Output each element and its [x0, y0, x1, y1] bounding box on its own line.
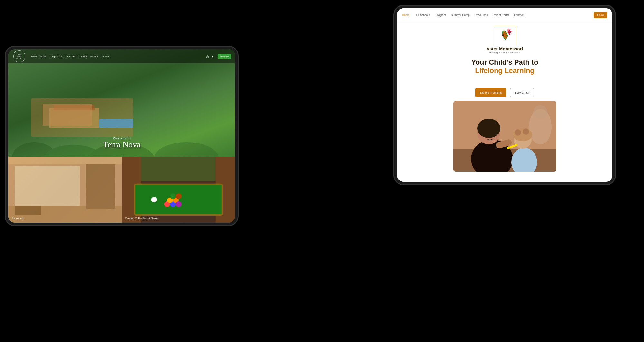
cta-buttons: Explore Programs Book a Tour	[397, 88, 612, 97]
nav-gallery[interactable]: Gallery	[90, 55, 98, 58]
right-tablet: Home Our School ▾ Program Summer Camp Re…	[394, 6, 615, 184]
site-tagline: Building a strong foundation!	[489, 51, 520, 54]
games-cell: Curated Collection of Games	[122, 157, 235, 223]
svg-point-55	[486, 134, 488, 137]
site-title: Terra Nova	[8, 140, 235, 150]
hero-line-1: Your Child's Path to	[403, 58, 606, 67]
svg-point-47	[477, 119, 500, 138]
aster-hero-text: Your Child's Path to Lifelong Learning	[397, 58, 612, 75]
am-nav-home[interactable]: Home	[402, 14, 410, 17]
explore-programs-button[interactable]: Explore Programs	[475, 88, 506, 97]
logo-circle: TerraNovaFARMS	[13, 50, 25, 62]
nav-home[interactable]: Home	[31, 55, 37, 58]
aster-montessori-screen: Home Our School ▾ Program Summer Camp Re…	[397, 8, 612, 182]
logo-box	[494, 26, 516, 45]
svg-rect-13	[141, 157, 215, 181]
svg-rect-6	[15, 166, 80, 206]
logo-text: TerraNovaFARMS	[16, 53, 22, 59]
svg-point-40	[507, 32, 509, 33]
terra-nova-hero: Welcome To Terra Nova	[8, 49, 235, 159]
nav-location[interactable]: Location	[79, 55, 87, 58]
hero-text-area: Welcome To Terra Nova	[8, 136, 235, 150]
enroll-button[interactable]: Enroll	[594, 12, 607, 18]
whatsapp-icon[interactable]: ●	[211, 55, 213, 58]
nav-amenities[interactable]: Amenities	[66, 55, 76, 58]
bedrooms-cell: Bedrooms	[8, 157, 122, 223]
hero-image	[453, 101, 556, 172]
am-nav-program[interactable]: Program	[435, 14, 446, 17]
book-tour-button[interactable]: Book a Tour	[510, 88, 534, 97]
svg-point-52	[515, 129, 521, 136]
games-label: Curated Collection of Games	[125, 217, 159, 220]
svg-rect-7	[86, 163, 115, 209]
welcome-text: Welcome To	[8, 136, 235, 140]
svg-point-22	[151, 197, 157, 202]
instagram-icon[interactable]: ◎	[206, 55, 209, 58]
svg-rect-8	[15, 206, 41, 215]
terra-nova-screen: Welcome To Terra Nova TerraNovaFARMS Hom…	[8, 49, 235, 223]
aster-logo-svg	[496, 27, 514, 43]
left-tablet: Welcome To Terra Nova TerraNovaFARMS Hom…	[6, 47, 238, 225]
hero-line-2: Lifelong Learning	[403, 67, 606, 75]
svg-point-56	[491, 134, 493, 137]
bottom-grid: Bedrooms	[8, 157, 235, 223]
nav-contact[interactable]: Contact	[101, 55, 109, 58]
social-icons: ◎ ●	[206, 55, 213, 58]
am-nav-our-school[interactable]: Our School ▾	[415, 14, 431, 17]
terra-nova-logo: TerraNovaFARMS	[12, 49, 26, 63]
am-nav-resources[interactable]: Resources	[475, 14, 488, 17]
am-nav-contact[interactable]: Contact	[514, 14, 523, 17]
am-nav-summer-camp[interactable]: Summer Camp	[451, 14, 469, 17]
terra-nova-nav: TerraNovaFARMS Home About Things To Do A…	[8, 49, 235, 63]
nav-links: Home About Things To Do Amenities Locati…	[31, 55, 202, 58]
site-name: Aster Montessori	[486, 46, 523, 51]
aster-logo-area: Aster Montessori Building a strong found…	[397, 22, 612, 57]
svg-point-20	[176, 201, 182, 207]
reserve-button[interactable]: Reserve	[218, 54, 231, 59]
nav-things-to-do[interactable]: Things To Do	[49, 55, 62, 58]
svg-point-21	[176, 194, 182, 199]
am-nav-parent-portal[interactable]: Parent Portal	[493, 14, 509, 17]
svg-point-34	[502, 34, 504, 36]
svg-point-53	[523, 128, 529, 135]
scene-svg	[453, 101, 556, 172]
svg-point-19	[170, 194, 176, 199]
bedrooms-label: Bedrooms	[12, 217, 24, 220]
svg-rect-9	[8, 157, 122, 164]
nav-about[interactable]: About	[40, 55, 46, 58]
svg-point-43	[533, 105, 547, 119]
aster-nav: Home Our School ▾ Program Summer Camp Re…	[397, 8, 612, 22]
